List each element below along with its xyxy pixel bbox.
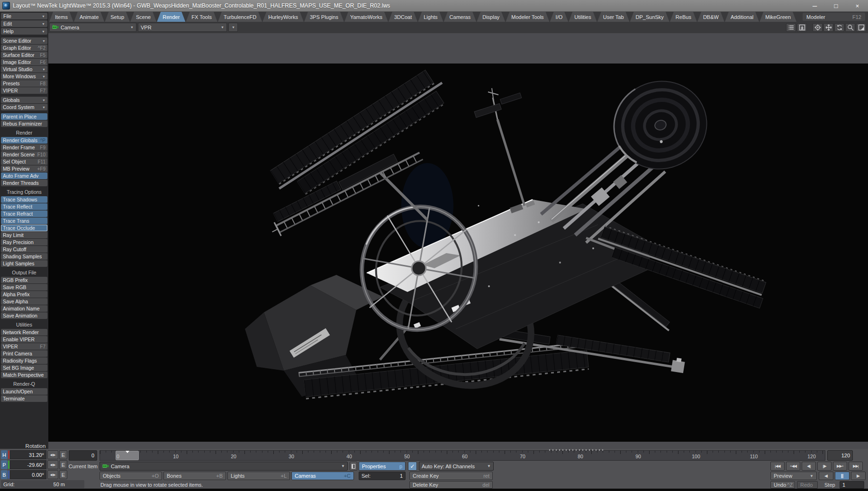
sidebar-item-parent-in-place[interactable]: Parent in Place bbox=[1, 113, 47, 120]
sidebar-item-radiosity-flags[interactable]: Radiosity Flags bbox=[1, 357, 47, 364]
tab-rebus[interactable]: ReBus bbox=[670, 12, 697, 22]
sidebar-item-shading-samples[interactable]: Shading Samples bbox=[1, 253, 47, 260]
tab-hurleyworks[interactable]: HurleyWorks bbox=[262, 12, 304, 22]
sidebar-item-render-threads[interactable]: Render Threads bbox=[1, 180, 47, 186]
autokey-dropdown[interactable]: Auto Key: All Channels ▼ bbox=[419, 462, 494, 471]
tab-items[interactable]: Items bbox=[49, 12, 73, 22]
sidebar-item-auto-frame-adv[interactable]: Auto Frame Adv bbox=[1, 173, 47, 179]
sidebar-item-render-frame[interactable]: Render FrameF9 bbox=[1, 144, 47, 151]
sidebar-item-terminate[interactable]: Terminate bbox=[1, 395, 47, 402]
render-mode-dropdown[interactable]: VPR ▼ bbox=[138, 23, 227, 32]
tab-mikegreen[interactable]: MikeGreen bbox=[760, 12, 796, 22]
tab-render[interactable]: Render bbox=[157, 12, 185, 22]
sidebar-item-light-samples[interactable]: Light Samples bbox=[1, 260, 47, 267]
go-to-end-button[interactable]: ▶▶| bbox=[849, 462, 863, 471]
tab-fx-tools[interactable]: FX Tools bbox=[186, 12, 217, 22]
tab-i-o[interactable]: I/O bbox=[550, 12, 569, 22]
create-key-button[interactable]: Create Key ret bbox=[409, 472, 493, 480]
current-item-dropdown[interactable]: Camera ▼ bbox=[99, 462, 348, 471]
tab-additional[interactable]: Additional bbox=[725, 12, 759, 22]
sidebar-item-more-windows[interactable]: More Windows▼ bbox=[1, 73, 47, 80]
viewport-options-dropdown[interactable]: ▼ bbox=[228, 23, 238, 32]
tab-display[interactable]: Display bbox=[477, 12, 505, 22]
pan-view-button[interactable] bbox=[823, 23, 833, 32]
sidebar-item-presets[interactable]: PresetsF8 bbox=[1, 80, 47, 87]
delete-key-button[interactable]: Delete Key del bbox=[409, 481, 493, 489]
tab-db-w[interactable]: DB&W bbox=[697, 12, 724, 22]
sidebar-item-ray-limit[interactable]: Ray Limit bbox=[1, 232, 47, 238]
item-type-lights[interactable]: Lights+L bbox=[227, 472, 290, 480]
modeler-launch-button[interactable]: Modeler F12 bbox=[803, 13, 865, 21]
next-key-button[interactable]: ▶▶+ bbox=[833, 462, 847, 471]
sidebar-item-viper[interactable]: VIPERF7 bbox=[1, 343, 47, 350]
sidebar-item-sel-object[interactable]: Sel ObjectF11 bbox=[1, 158, 47, 165]
maximize-button[interactable]: □ bbox=[825, 0, 847, 11]
sidebar-item-save-rgb[interactable]: Save RGB bbox=[1, 284, 47, 291]
sidebar-item-save-alpha[interactable]: Save Alpha bbox=[1, 298, 47, 305]
sidebar-item-rgb-prefix[interactable]: RGB Prefix bbox=[1, 277, 47, 283]
save-view-button[interactable] bbox=[797, 23, 807, 32]
sidebar-item-alpha-prefix[interactable]: Alpha Prefix bbox=[1, 291, 47, 298]
menu-help[interactable]: Help▼ bbox=[1, 28, 47, 35]
tab-3ps-plugins[interactable]: 3PS Plugins bbox=[304, 12, 344, 22]
sidebar-item-globals[interactable]: Globals▼ bbox=[1, 97, 47, 103]
tab-user-tab[interactable]: User Tab bbox=[597, 12, 630, 22]
tab-modeler-tools[interactable]: Modeler Tools bbox=[506, 12, 549, 22]
item-type-objects[interactable]: Objects+O bbox=[99, 472, 162, 480]
properties-button[interactable]: Properties p bbox=[359, 462, 406, 471]
viewport-view-dropdown[interactable]: Camera ▼ bbox=[49, 23, 136, 32]
tab-dp-sunsky[interactable]: DP_SunSky bbox=[630, 12, 669, 22]
sidebar-item-ray-cutoff[interactable]: Ray Cutoff bbox=[1, 246, 47, 253]
start-frame-field[interactable]: 0 bbox=[69, 450, 97, 461]
tab-lights[interactable]: Lights bbox=[418, 12, 443, 22]
sidebar-item-surface-editor[interactable]: Surface EditorF5 bbox=[1, 52, 47, 58]
zoom-view-button[interactable] bbox=[845, 23, 855, 32]
play-reverse-button[interactable]: ◀ bbox=[819, 472, 833, 480]
sidebar-item-render-scene[interactable]: Render SceneF10 bbox=[1, 151, 47, 158]
tab-scene[interactable]: Scene bbox=[130, 12, 156, 22]
sidebar-item-animation-name[interactable]: Animation Name bbox=[1, 305, 47, 312]
end-frame-field[interactable]: 120 bbox=[827, 450, 853, 461]
sidebar-item-match-perspective[interactable]: Match Perspective bbox=[1, 372, 47, 378]
item-type-bones[interactable]: Bones+B bbox=[163, 472, 226, 480]
sidebar-item-trace-occlude[interactable]: Trace Occlude bbox=[1, 225, 47, 231]
step-value-field[interactable]: 1 bbox=[840, 481, 864, 489]
sidebar-item-trace-trans[interactable]: Trace Trans bbox=[1, 218, 47, 224]
go-to-start-button[interactable]: |◀◀ bbox=[770, 462, 785, 471]
autokey-checkbox[interactable]: ✓ bbox=[408, 462, 417, 471]
pause-button[interactable]: || bbox=[835, 472, 850, 480]
next-frame-button[interactable]: ||▶ bbox=[817, 462, 832, 471]
sidebar-item-viper[interactable]: VIPERF7 bbox=[1, 87, 47, 94]
previous-frame-button[interactable]: ◀|| bbox=[802, 462, 816, 471]
camera-view-region[interactable] bbox=[48, 64, 868, 442]
sidebar-item-ray-precision[interactable]: Ray Precision bbox=[1, 239, 47, 246]
menu-edit[interactable]: Edit▼ bbox=[1, 20, 47, 27]
sidebar-item-mb-preview[interactable]: MB Preview+F9 bbox=[1, 165, 47, 172]
sidebar-item-scene-editor[interactable]: Scene Editor▼ bbox=[1, 37, 47, 44]
minimize-button[interactable]: ─ bbox=[804, 0, 825, 11]
sidebar-item-image-editor[interactable]: Image EditorF6 bbox=[1, 59, 47, 65]
sidebar-item-coord-system[interactable]: Coord System▼ bbox=[1, 104, 47, 110]
sidebar-item-trace-shadows[interactable]: Trace Shadows bbox=[1, 196, 47, 203]
undo-button[interactable]: Undo ^Z bbox=[770, 481, 795, 489]
rotate-view-button[interactable] bbox=[834, 23, 844, 32]
sidebar-item-launch-open[interactable]: Launch/Open bbox=[1, 388, 47, 395]
sidebar-item-print-camera[interactable]: Print Camera bbox=[1, 350, 47, 357]
sidebar-item-render-globals[interactable]: Render Globals^P bbox=[1, 137, 47, 144]
tab-yamatoworks[interactable]: YamatoWorks bbox=[344, 12, 388, 22]
item-type-cameras[interactable]: Cameras+C bbox=[291, 472, 354, 480]
center-item-button[interactable] bbox=[813, 23, 823, 32]
menu-file[interactable]: File▼ bbox=[1, 13, 47, 19]
sidebar-item-save-animation[interactable]: Save Animation bbox=[1, 312, 47, 319]
sidebar-item-graph-editor[interactable]: Graph Editor^F2 bbox=[1, 45, 47, 51]
sidebar-item-trace-reflect[interactable]: Trace Reflect bbox=[1, 203, 47, 210]
tab-utilities[interactable]: Utilities bbox=[569, 12, 597, 22]
viewport-3d[interactable] bbox=[48, 33, 868, 449]
tab-setup[interactable]: Setup bbox=[105, 12, 130, 22]
close-button[interactable]: × bbox=[847, 0, 868, 11]
fit-view-button[interactable] bbox=[856, 23, 866, 32]
tab-3dcoat[interactable]: 3DCoat bbox=[389, 12, 417, 22]
redo-button[interactable]: Redo bbox=[797, 481, 818, 489]
timeline-ruler[interactable]: 0102030405060708090100110120 bbox=[99, 450, 825, 461]
tab-animate[interactable]: Animate bbox=[74, 12, 104, 22]
